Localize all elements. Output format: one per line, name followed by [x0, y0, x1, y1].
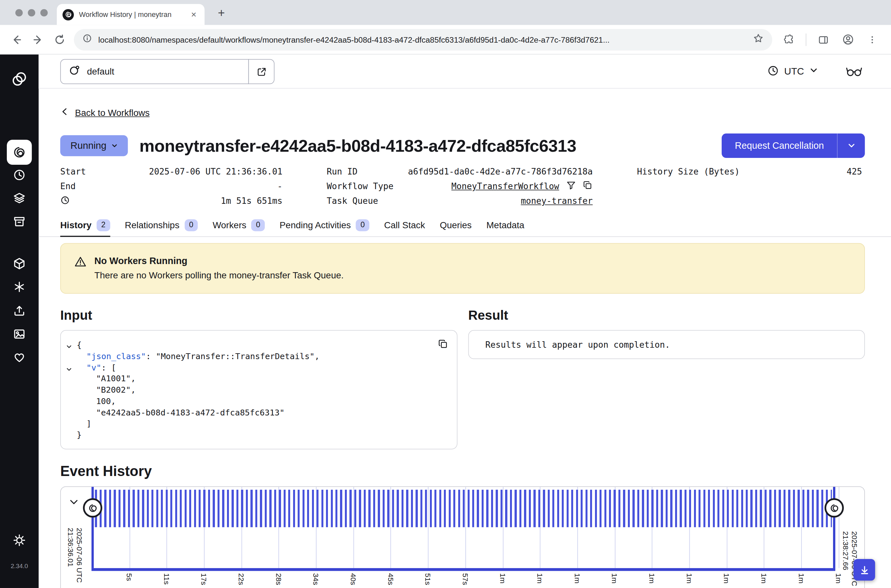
json-line: "A1001",: [61, 374, 457, 385]
reload-icon[interactable]: [50, 30, 69, 49]
copy-icon[interactable]: [583, 180, 593, 192]
timeline-tick-label: 11s: [162, 573, 171, 585]
window-minimize-button[interactable]: [28, 9, 36, 16]
timezone-selector[interactable]: UTC: [767, 55, 818, 89]
url-text[interactable]: localhost:8080/namespaces/default/workfl…: [98, 35, 747, 44]
sidebar-item-import[interactable]: [12, 304, 26, 318]
window-zoom-button[interactable]: [40, 9, 48, 16]
labs-glasses-icon[interactable]: [845, 63, 862, 81]
input-section: Input {"json_class": "MoneyTransfer::Tra…: [60, 308, 458, 449]
json-line: "json_class": "MoneyTransfer::TransferDe…: [61, 351, 457, 362]
site-info-icon[interactable]: [82, 33, 92, 46]
address-bar[interactable]: localhost:8080/namespaces/default/workfl…: [74, 28, 772, 50]
screenshot-root: Workflow History | moneytran × + localho…: [0, 0, 891, 588]
timezone-label: UTC: [784, 66, 804, 77]
sidebar-item-deployments[interactable]: [12, 257, 26, 270]
timeline-tick-label: 40s: [349, 573, 358, 585]
timeline-tick-label: 1m: [536, 573, 544, 584]
browser-menu-icon[interactable]: [862, 30, 882, 49]
sidebar-item-feedback[interactable]: [12, 351, 26, 364]
status-badge[interactable]: Running: [60, 135, 128, 156]
result-message: Results will appear upon completion.: [485, 340, 670, 350]
json-line: }: [61, 430, 457, 441]
timeline-tick-label: 1m: [573, 573, 582, 584]
json-line: "e4242aa5-b08d-4183-a472-dfca85fc6313": [61, 407, 457, 419]
timeline-tick-label: 45s: [386, 573, 395, 585]
extensions-puzzle-icon[interactable]: [779, 30, 798, 49]
json-token: }: [77, 430, 82, 440]
browser-tab[interactable]: Workflow History | moneytran ×: [57, 4, 204, 25]
task-queue-link[interactable]: money-transfer: [521, 196, 593, 206]
timeline-tick-label: 22s: [237, 573, 246, 585]
request-cancellation-button[interactable]: Request Cancellation: [722, 134, 837, 158]
timeline-tick-label: 1m: [610, 573, 619, 584]
sidebar-item-nexus[interactable]: [12, 280, 26, 294]
tab-close-icon[interactable]: ×: [189, 10, 199, 19]
workflow-page: Back to Workflows Running moneytransfer-…: [39, 88, 891, 588]
tab-call-stack[interactable]: Call Stack: [384, 214, 425, 236]
tab-workers[interactable]: Workers0: [213, 214, 265, 236]
timeline-end-marker-icon[interactable]: [825, 498, 844, 518]
filter-icon[interactable]: [566, 180, 576, 192]
tab-history[interactable]: History2: [60, 214, 110, 236]
result-card: Results will appear upon completion.: [468, 330, 865, 359]
warning-title: No Workers Running: [94, 255, 344, 267]
tab-metadata[interactable]: Metadata: [486, 214, 524, 236]
timeline-tick-label: 1m: [760, 573, 768, 584]
forward-icon[interactable]: [28, 30, 48, 49]
json-token: "B2002": [96, 385, 131, 394]
namespace-name: default: [87, 66, 114, 76]
toolbar-divider: [806, 33, 806, 46]
tab-relationships[interactable]: Relationships0: [125, 214, 198, 236]
sidebar-item-namespaces[interactable]: [12, 192, 26, 205]
profile-avatar-icon[interactable]: [838, 30, 858, 49]
duration-value: 1m 51s 651ms: [221, 196, 282, 206]
start-value: 2025-07-06 UTC 21:36:36.01: [149, 166, 282, 177]
browser-toolbar-icons: [778, 30, 885, 49]
sidebar-item-labs[interactable]: [12, 327, 26, 341]
warning-triangle-icon: [75, 256, 87, 270]
sidebar-item-workflows[interactable]: [7, 140, 32, 165]
scroll-to-bottom-button[interactable]: [854, 559, 875, 580]
cancellation-menu-chevron-icon[interactable]: [837, 134, 865, 158]
tab-queries[interactable]: Queries: [440, 214, 471, 236]
timeline-start-date-label: 2025-07-06 UTC 21:36:36.01: [66, 528, 83, 587]
namespace-open-button[interactable]: [249, 59, 274, 84]
timeline-start-marker-icon[interactable]: [83, 498, 102, 518]
theme-toggle-sun-icon[interactable]: [12, 533, 26, 547]
namespace-switcher[interactable]: default: [60, 59, 249, 84]
json-line: 100,: [61, 396, 457, 407]
timeline-tick-label: 1m: [498, 573, 507, 584]
json-line: ]: [61, 418, 457, 430]
window-close-button[interactable]: [15, 9, 23, 16]
chevron-left-icon: [60, 107, 70, 119]
end-value: -: [277, 182, 282, 192]
json-token: : [: [101, 363, 116, 372]
timeline-tick-label: 17s: [200, 573, 208, 585]
json-token: ,: [315, 352, 320, 361]
side-panel-icon[interactable]: [814, 30, 833, 49]
back-link-label: Back to Workflows: [75, 108, 150, 118]
new-tab-button[interactable]: +: [214, 5, 229, 21]
input-heading: Input: [60, 308, 458, 324]
workflow-type-link[interactable]: MoneyTransferWorkflow: [452, 182, 559, 192]
input-json: {"json_class": "MoneyTransfer::TransferD…: [61, 340, 457, 441]
event-history-heading: Event History: [60, 462, 865, 480]
sidebar-item-archive[interactable]: [12, 215, 26, 228]
app-version: 2.34.0: [0, 562, 39, 569]
run-id-value: a6fd95d1-da0c-4d2e-a77c-786f3d76218a: [408, 166, 593, 177]
temporal-logo-icon[interactable]: [11, 70, 28, 87]
json-token: {: [77, 340, 82, 350]
back-to-workflows-link[interactable]: Back to Workflows: [60, 107, 150, 119]
warning-message: There are no Workers polling the money-t…: [94, 269, 344, 281]
sidebar-item-schedules[interactable]: [12, 168, 26, 182]
result-section: Result Results will appear upon completi…: [468, 308, 865, 449]
timeline-event-bars[interactable]: [95, 490, 832, 527]
back-icon[interactable]: [7, 30, 26, 49]
tab-pending-activities[interactable]: Pending Activities0: [279, 214, 369, 236]
bookmark-star-icon[interactable]: [753, 33, 764, 46]
timeline-tick-label: 5s: [125, 573, 134, 581]
duration-clock-icon: [60, 195, 70, 207]
tabs-divider: History2Relationships0Workers0Pending Ac…: [39, 214, 891, 237]
workflow-title: moneytransfer-e4242aa5-b08d-4183-a472-df…: [140, 136, 576, 155]
